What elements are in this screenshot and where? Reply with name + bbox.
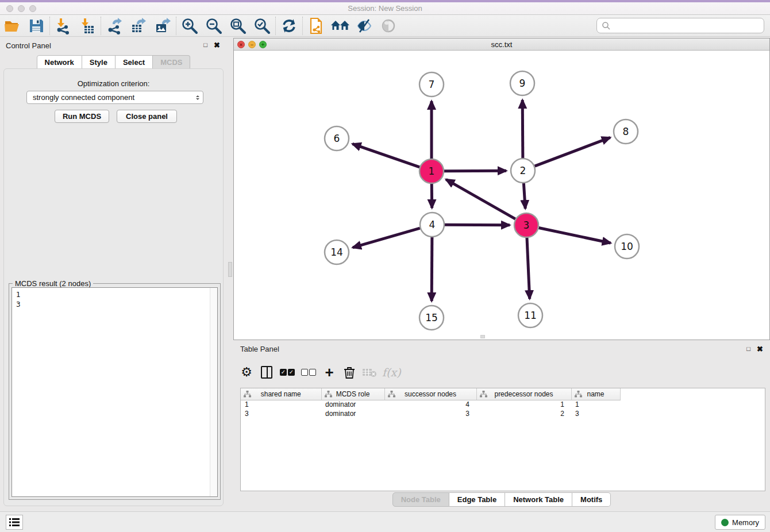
- column-header-name[interactable]: name: [571, 388, 620, 400]
- new-network-from-selection-icon[interactable]: [304, 16, 328, 36]
- horizontal-splitter-grip[interactable]: [480, 335, 485, 338]
- svg-text:6: 6: [334, 133, 340, 144]
- table-row[interactable]: 3dominator323: [241, 409, 620, 418]
- float-panel-icon[interactable]: □: [203, 41, 207, 48]
- cell-MCDS-role[interactable]: dominator: [321, 409, 384, 418]
- edge-2-3[interactable]: [523, 183, 525, 209]
- tab-network[interactable]: Network: [37, 55, 82, 70]
- splitter-grip[interactable]: [228, 262, 232, 277]
- delete-column-icon[interactable]: [342, 363, 357, 382]
- save-session-icon[interactable]: [24, 16, 48, 36]
- edge-2-8[interactable]: [535, 137, 610, 166]
- node-table[interactable]: shared nameMCDS rolesuccessor nodesprede…: [240, 388, 765, 491]
- search-box[interactable]: [596, 18, 764, 33]
- node-9[interactable]: 9: [510, 71, 534, 95]
- tab-edge-table[interactable]: Edge Table: [449, 492, 505, 507]
- node-8[interactable]: 8: [614, 119, 638, 144]
- network-window-titlebar[interactable]: × − + scc.txt: [234, 38, 769, 51]
- column-header-MCDS-role[interactable]: MCDS role: [321, 388, 384, 400]
- node-15[interactable]: 15: [419, 306, 444, 330]
- run-mcds-button[interactable]: Run MCDS: [55, 110, 109, 123]
- export-network-icon[interactable]: [102, 16, 126, 36]
- hide-selected-icon[interactable]: [352, 16, 376, 36]
- tab-node-table[interactable]: Node Table: [392, 492, 449, 507]
- table-row[interactable]: 1dominator411: [241, 400, 620, 409]
- edge-1-2[interactable]: [444, 171, 506, 171]
- edge-3-11[interactable]: [527, 238, 530, 299]
- column-layout-icon[interactable]: [259, 363, 274, 382]
- network-canvas[interactable]: 7968124314101511: [234, 51, 769, 340]
- tab-motifs[interactable]: Motifs: [572, 492, 611, 507]
- show-all-icon[interactable]: [376, 16, 401, 36]
- apply-layout-icon[interactable]: [277, 16, 301, 36]
- tab-select[interactable]: Select: [116, 55, 153, 70]
- zoom-fit-icon[interactable]: [226, 16, 250, 36]
- svg-text:8: 8: [623, 126, 629, 137]
- column-header-predecessor-nodes[interactable]: predecessor nodes: [476, 388, 571, 400]
- deselect-all-columns-icon[interactable]: [301, 363, 317, 382]
- add-column-icon[interactable]: +: [322, 363, 337, 382]
- task-manager-button[interactable]: [6, 515, 23, 530]
- tab-style[interactable]: Style: [82, 55, 116, 70]
- toolbar-separator: [49, 17, 50, 35]
- network-graph[interactable]: 7968124314101511: [234, 51, 769, 340]
- column-header-successor-nodes[interactable]: successor nodes: [384, 388, 476, 400]
- node-3[interactable]: 3: [514, 213, 538, 237]
- cell-name[interactable]: 3: [571, 409, 620, 418]
- node-4[interactable]: 4: [420, 213, 444, 237]
- result-scrollbar[interactable]: [210, 288, 217, 496]
- settings-icon[interactable]: ⚙: [239, 363, 254, 382]
- close-panel-button[interactable]: Close panel: [117, 110, 177, 123]
- select-all-columns-icon[interactable]: ✓✓: [279, 363, 295, 382]
- open-session-icon[interactable]: [0, 16, 24, 36]
- edge-3-1[interactable]: [446, 179, 515, 219]
- mcds-result-text: 1 3: [12, 288, 217, 310]
- node-2[interactable]: 2: [511, 159, 535, 183]
- function-builder-icon[interactable]: f(x): [382, 363, 401, 382]
- zoom-out-icon[interactable]: [202, 16, 226, 36]
- float-table-panel-icon[interactable]: □: [746, 345, 750, 352]
- criterion-dropdown[interactable]: strongly connected component: [26, 91, 203, 104]
- edge-1-6[interactable]: [352, 144, 419, 167]
- close-panel-icon[interactable]: ✖: [214, 41, 220, 49]
- table-toolbar: ⚙ ✓✓ + f(x): [239, 360, 401, 384]
- cell-MCDS-role[interactable]: dominator: [321, 400, 384, 409]
- node-6[interactable]: 6: [325, 126, 349, 151]
- edge-3-10[interactable]: [539, 228, 611, 243]
- delete-table-icon[interactable]: [362, 363, 377, 382]
- import-network-icon[interactable]: [51, 16, 75, 36]
- cell-successor-nodes[interactable]: 4: [384, 400, 476, 409]
- edge-4-15[interactable]: [432, 237, 432, 301]
- memory-button[interactable]: Memory: [715, 515, 765, 530]
- edge-4-3[interactable]: [445, 225, 510, 225]
- export-table-icon[interactable]: [126, 16, 151, 36]
- tab-network-table[interactable]: Network Table: [505, 492, 572, 507]
- node-10[interactable]: 10: [615, 234, 639, 259]
- cell-predecessor-nodes[interactable]: 1: [476, 400, 571, 409]
- column-header-shared-name[interactable]: shared name: [241, 388, 321, 400]
- network-window-title: scc.txt: [234, 40, 769, 49]
- tab-mcds[interactable]: MCDS: [153, 55, 190, 70]
- cell-shared-name[interactable]: 3: [241, 409, 321, 418]
- table-panel: Table Panel □ ✖ ⚙ ✓✓ + f(x) shared nameM…: [233, 342, 770, 510]
- node-11[interactable]: 11: [518, 303, 542, 327]
- node-14[interactable]: 14: [325, 240, 349, 264]
- vertical-splitter[interactable]: [227, 37, 233, 511]
- export-image-icon[interactable]: [151, 16, 175, 36]
- zoom-in-icon[interactable]: [178, 16, 202, 36]
- node-7[interactable]: 7: [419, 72, 444, 97]
- search-icon: [602, 21, 611, 30]
- cell-successor-nodes[interactable]: 3: [384, 409, 476, 418]
- search-input[interactable]: [611, 20, 764, 32]
- edge-2-9[interactable]: [522, 100, 523, 158]
- cell-predecessor-nodes[interactable]: 2: [476, 409, 571, 418]
- cell-name[interactable]: 1: [571, 400, 620, 409]
- cell-shared-name[interactable]: 1: [241, 400, 321, 409]
- close-table-panel-icon[interactable]: ✖: [757, 345, 763, 353]
- app-title: Session: New Session: [0, 4, 770, 13]
- zoom-selected-icon[interactable]: [250, 16, 274, 36]
- node-1[interactable]: 1: [419, 159, 444, 183]
- edge-4-14[interactable]: [353, 228, 420, 248]
- import-table-icon[interactable]: [75, 16, 99, 36]
- first-neighbors-icon[interactable]: [328, 16, 352, 36]
